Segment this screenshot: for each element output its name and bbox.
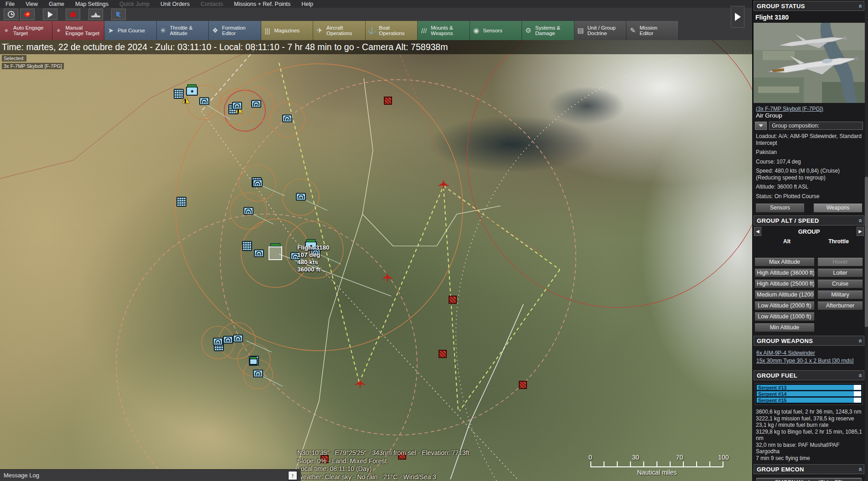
altitude-button[interactable]: Low Altitude (1000 ft) xyxy=(754,312,815,321)
run-scenario-button[interactable] xyxy=(43,9,57,20)
message-log-bar[interactable]: Message Log ↑ xyxy=(0,469,301,481)
fuel-tank-row[interactable]: Serpent #15 xyxy=(756,397,862,403)
map-marker-radar[interactable] xyxy=(232,102,242,110)
collapse-chevron-icon[interactable]: » xyxy=(855,219,863,222)
expand-panel-button[interactable] xyxy=(731,6,744,28)
engagements-button[interactable] xyxy=(20,9,35,20)
bookmark-button[interactable] xyxy=(111,9,126,20)
map-display-button[interactable] xyxy=(88,9,103,20)
menu-item[interactable]: View xyxy=(20,0,43,8)
alt-column-header: Alt xyxy=(757,238,816,245)
weapon-link[interactable]: 15x 30mm Type 30-1 x 2 Burst [30 rnds] xyxy=(756,357,853,365)
menu-item[interactable]: Missions + Ref. Points xyxy=(228,0,296,8)
group-alt-speed-header[interactable]: GROUP ALT / SPEED » xyxy=(754,215,864,225)
map-marker-radar[interactable] xyxy=(253,179,263,187)
map-marker-greenveh[interactable] xyxy=(249,358,258,365)
group-link[interactable]: (3x F-7MP Skybolt [F-7PG]) xyxy=(756,106,823,112)
collapse-chevron-icon[interactable]: » xyxy=(855,467,863,471)
scrollbar-thumb[interactable] xyxy=(865,177,868,327)
toolbar-button[interactable]: ➤ Plot Course xyxy=(104,21,157,40)
weapons-button[interactable]: Weapons xyxy=(813,203,863,213)
group-status-header[interactable]: GROUP STATUS » xyxy=(754,1,864,11)
map-marker-radar[interactable] xyxy=(223,336,233,344)
menu-item[interactable]: Quick Jump xyxy=(114,0,155,8)
map-marker-hostile-ground[interactable] xyxy=(384,97,392,105)
fuel-tank-row[interactable]: Serpent #14 xyxy=(756,391,862,397)
throttle-button[interactable]: Cruise xyxy=(817,279,863,288)
scale-tick-label: 30 xyxy=(632,454,639,461)
map-marker-radar[interactable] xyxy=(253,370,263,378)
toolbar-button[interactable]: ⌖ ManualEngage Target xyxy=(52,21,105,40)
map-viewport[interactable]: Flight 3180 107 deg 480 kts 36000 ft xyxy=(0,0,752,481)
toolbar-button[interactable]: ✈ AircraftOperations xyxy=(313,21,366,40)
map-marker-selected[interactable] xyxy=(269,246,282,260)
toolbar-button[interactable]: ⚙ Systems &Damage xyxy=(522,21,574,40)
sidebar-scrollbar[interactable] xyxy=(865,0,868,481)
map-marker-radar[interactable] xyxy=(233,335,243,343)
map-marker-radar[interactable] xyxy=(282,115,292,123)
fuel-tank-row[interactable]: Serpent #13 xyxy=(756,384,862,390)
toolbar-button[interactable]: ⌖ Auto EngageTarget xyxy=(0,21,52,40)
map-marker-radar[interactable] xyxy=(243,207,253,215)
toolbar-button-label: MissionEditor xyxy=(640,25,657,36)
emcon-window-button[interactable]: EMCON Window (Ctrl + F9) xyxy=(756,478,862,481)
map-marker-radar[interactable] xyxy=(254,250,264,257)
country-text: Pakistan xyxy=(753,147,865,157)
unit-type: Air Group xyxy=(756,112,862,119)
toolbar-button[interactable]: ◉ Sensors xyxy=(470,21,522,40)
map-marker-radar[interactable] xyxy=(213,338,223,346)
fuel-info-line: 3222,1 kg mission fuel, 378,5 kg reserve xyxy=(756,415,862,422)
toolbar-button[interactable]: /// Mounts &Weapons xyxy=(418,21,470,40)
map-marker-hostile-ground[interactable] xyxy=(439,350,447,358)
toolbar-button[interactable]: ✳ Throttle &Altitude xyxy=(157,21,209,40)
menu-item[interactable]: Unit Orders xyxy=(155,0,195,8)
map-marker-airfriend[interactable] xyxy=(186,87,198,96)
menu-item[interactable]: Map Settings xyxy=(70,0,114,8)
map-marker-facility[interactable] xyxy=(242,241,252,251)
status-line: Weather: Clear sky - No rain - 21°C - Wi… xyxy=(297,473,469,481)
record-button[interactable] xyxy=(66,9,80,20)
map-marker-camp[interactable] xyxy=(182,97,190,103)
menu-item[interactable]: Contacts xyxy=(195,0,228,8)
map-marker-radar[interactable] xyxy=(251,100,261,108)
map-marker-hostile-ground[interactable] xyxy=(519,381,527,389)
composition-label[interactable]: Group composition: xyxy=(769,122,863,130)
altitude-button[interactable]: Min Altitude xyxy=(754,323,815,332)
collapse-chevron-icon[interactable]: » xyxy=(855,339,863,343)
throttle-button[interactable]: Military xyxy=(817,290,863,299)
toolbar-button[interactable]: ▤ Unit / GroupDoctrine xyxy=(574,21,627,40)
throttle-button[interactable]: Loiter xyxy=(817,268,863,277)
menu-item[interactable]: Game xyxy=(43,0,70,8)
throttle-button[interactable]: Hover xyxy=(817,257,863,266)
sensors-button[interactable]: Sensors xyxy=(755,203,805,213)
group-fuel-header[interactable]: GROUP FUEL » xyxy=(754,370,864,380)
menu-item[interactable]: Help xyxy=(296,0,319,8)
menu-item[interactable]: File xyxy=(0,0,20,8)
altitude-button[interactable]: Medium Altitude (1200 xyxy=(754,290,815,299)
altitude-button[interactable]: Low Altitude (2000 ft) xyxy=(754,301,815,310)
scale-tick-label: 0 xyxy=(589,454,592,461)
group-next-button[interactable]: ► xyxy=(857,227,864,236)
altitude-button[interactable]: High Altitude (25000 ft) xyxy=(754,279,815,288)
altitude-button[interactable]: High Altitude (36000 ft) xyxy=(754,268,815,277)
toolbar-button[interactable]: ❖ FormationEditor xyxy=(209,21,261,40)
map-marker-facility[interactable] xyxy=(176,197,186,207)
collapse-chevron-icon[interactable]: » xyxy=(855,374,863,377)
time-compression-button[interactable] xyxy=(4,9,18,20)
expand-message-log-button[interactable]: ↑ xyxy=(288,471,297,480)
toolbar-button[interactable]: ⚓ BoatOperations xyxy=(366,21,418,40)
map-marker-radar[interactable] xyxy=(296,193,306,201)
group-prev-button[interactable]: ◄ xyxy=(754,227,761,236)
weapon-link[interactable]: 6x AIM-9P-4 Sidewinder xyxy=(756,349,815,357)
toolbar-button-icon: ▤ xyxy=(577,26,585,35)
composition-dropdown-button[interactable] xyxy=(755,122,767,130)
group-weapons-header[interactable]: GROUP WEAPONS » xyxy=(754,336,864,346)
map-marker-radar[interactable] xyxy=(199,97,209,105)
group-emcon-header[interactable]: GROUP EMCON » xyxy=(754,464,864,474)
altitude-button[interactable]: Max Altitude xyxy=(754,257,815,266)
toolbar-button[interactable]: ✎ MissionEditor xyxy=(626,21,679,40)
map-marker-hostile-ground[interactable] xyxy=(449,296,457,304)
toolbar-button[interactable]: ||| Magazines xyxy=(261,21,314,40)
throttle-button[interactable]: Afterburner xyxy=(817,301,863,310)
collapse-chevron-icon[interactable]: » xyxy=(855,4,863,8)
